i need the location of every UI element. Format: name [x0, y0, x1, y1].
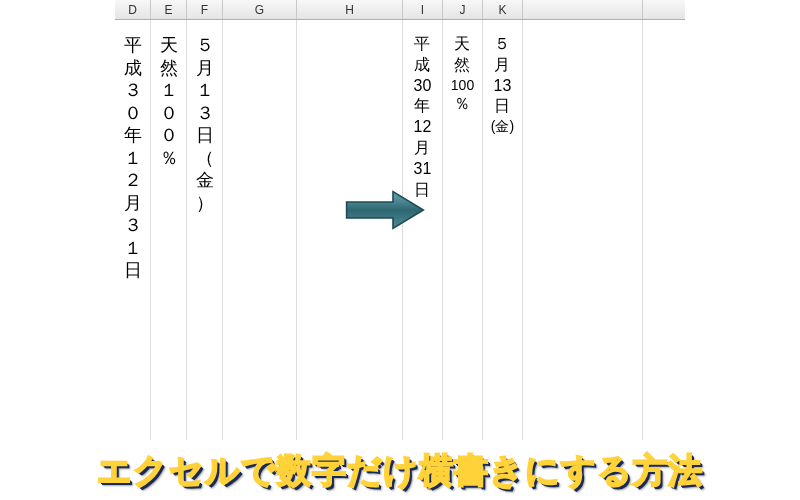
col-header-D[interactable]: D [115, 0, 151, 19]
cell-rest [523, 20, 643, 440]
col-header-H[interactable]: H [297, 0, 403, 19]
column-headers: D E F G H I J K [115, 0, 685, 20]
col-header-K[interactable]: K [483, 0, 523, 19]
before-date-text: 平 成 ３ ０ 年 １ ２ 月 ３ １ 日 [124, 34, 142, 440]
col-header-F[interactable]: F [187, 0, 223, 19]
col-header-E[interactable]: E [151, 0, 187, 19]
col-header-rest [523, 0, 643, 19]
cell-G[interactable] [223, 20, 297, 440]
caption-banner: エクセルで数字だけ横書きにする方法 [0, 448, 800, 494]
cell-E[interactable]: 天 然 １ ０ ０ ％ [151, 20, 187, 440]
cell-D[interactable]: 平 成 ３ ０ 年 １ ２ 月 ３ １ 日 [115, 20, 151, 440]
after-date-text: 平 成 30 年 12 月 31 日 [414, 34, 432, 440]
cell-K[interactable]: ５ 月 13 日 (金) [483, 20, 523, 440]
before-percent-text: 天 然 １ ０ ０ ％ [160, 34, 178, 440]
cell-J[interactable]: 天 然 100 ％ [443, 20, 483, 440]
before-weekday-text: ５ 月 １ ３ 日 （ 金 ） [196, 34, 214, 440]
col-header-G[interactable]: G [223, 0, 297, 19]
after-percent-text: 天 然 100 ％ [451, 34, 474, 440]
caption-text: エクセルで数字だけ横書きにする方法 [97, 451, 703, 489]
col-header-I[interactable]: I [403, 0, 443, 19]
arrow-icon [345, 190, 425, 230]
after-weekday-text: ５ 月 13 日 (金) [491, 34, 514, 440]
cell-F[interactable]: ５ 月 １ ３ 日 （ 金 ） [187, 20, 223, 440]
col-header-J[interactable]: J [443, 0, 483, 19]
